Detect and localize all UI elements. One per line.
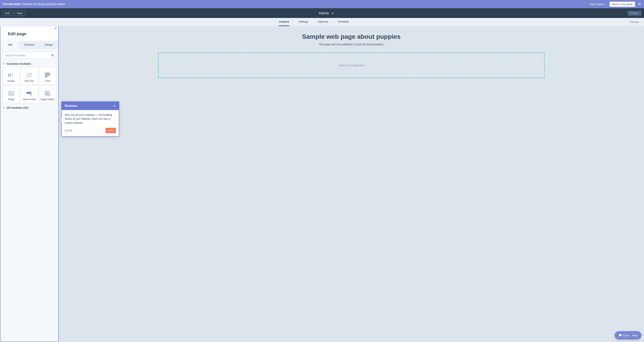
drag-handle-icon: ::::::::::::	[46, 87, 49, 89]
close-icon[interactable]	[638, 2, 642, 6]
svg-rect-12	[45, 76, 48, 77]
search-modules-input[interactable]	[2, 52, 56, 59]
onboarding-banner: Current task: Explore the drag-and-drop …	[0, 0, 644, 8]
sidebar-tab-contents[interactable]: Contents	[20, 41, 39, 49]
svg-text:1: 1	[12, 73, 13, 76]
all-modules-label: All modules (47)	[7, 106, 28, 109]
tab-schedule[interactable]: Schedule	[338, 18, 349, 26]
svg-point-2	[52, 54, 53, 56]
svg-text:A: A	[26, 73, 28, 76]
module-label: Image	[8, 98, 14, 101]
svg-rect-15	[26, 92, 32, 94]
sidebar-tabs: Add Contents Design	[0, 41, 58, 49]
tab-content[interactable]: Content	[279, 18, 289, 26]
drag-handle-icon: ::::::::::::	[9, 68, 13, 71]
preview-button[interactable]: Preview	[628, 20, 642, 24]
header-icon: H1	[8, 72, 14, 78]
all-modules-toggle[interactable]: All modules (47)	[2, 106, 56, 109]
chat-help-widget[interactable]: Chat Help	[615, 331, 642, 339]
popover-title: Modules	[65, 104, 78, 108]
save-button[interactable]: Save	[14, 11, 26, 16]
module-cta[interactable]: :::::::::::: Call-to-Action	[21, 86, 38, 103]
task-text: Explore the drag-and-drop editor.	[22, 3, 66, 6]
sidebar-tab-add[interactable]: Add	[0, 41, 20, 49]
common-modules-toggle[interactable]: Common modules	[2, 62, 56, 65]
image-dropzone[interactable]: Drop your image here	[158, 53, 544, 78]
chevron-right-icon	[2, 106, 5, 109]
next-tasks-dropdown[interactable]: Next Tasks	[590, 3, 607, 6]
page-canvas: Sample web page about puppies This page …	[59, 26, 644, 342]
svg-rect-13	[9, 91, 14, 95]
module-label: Image Gallery	[40, 98, 54, 101]
tab-settings[interactable]: Settings	[298, 18, 308, 26]
dropzone-label: Drop your image here	[339, 64, 364, 67]
module-rich-text[interactable]: :::::::::::: A Rich Text	[21, 67, 38, 84]
svg-rect-10	[45, 73, 50, 74]
rich-text-icon: A	[26, 72, 32, 78]
sidebar-tab-design[interactable]: Design	[39, 41, 58, 49]
module-label: Rich Text	[25, 80, 34, 82]
drag-handle-icon: ::::::::::::	[28, 87, 31, 89]
exit-button[interactable]: Exit	[2, 11, 12, 16]
module-label: Form	[45, 80, 50, 82]
popover-body: Here are all your modules — the building…	[62, 110, 119, 128]
tab-optimize[interactable]: Optimize	[318, 18, 328, 26]
common-modules-label: Common modules	[7, 62, 31, 65]
chevron-double-left-icon	[54, 27, 57, 30]
page-title: Home	[319, 11, 329, 15]
module-form[interactable]: :::::::::::: Form	[39, 67, 56, 84]
edit-sidebar: Edit page Add Contents Design Common mod…	[0, 26, 59, 342]
module-image-gallery[interactable]: :::::::::::: Image Gallery	[39, 86, 56, 103]
close-icon[interactable]	[113, 104, 116, 107]
canvas-subheading: This page won't be published. It's just …	[319, 43, 384, 46]
back-to-guide-button[interactable]: Back to user guide	[610, 2, 635, 7]
module-header[interactable]: :::::::::::: H1 Header	[2, 67, 20, 84]
publish-button[interactable]: Publish	[628, 11, 642, 16]
onboarding-popover: Modules Here are all your modules — the …	[61, 101, 119, 137]
popover-step: 2 of 10	[65, 129, 72, 132]
search-icon[interactable]	[51, 54, 54, 57]
gallery-icon	[44, 90, 50, 97]
module-label: Call-to-Action	[22, 98, 36, 101]
collapse-sidebar-button[interactable]	[54, 27, 57, 30]
task-label: Current task:	[2, 3, 21, 6]
module-label: Header	[8, 80, 15, 82]
drag-handle-icon: ::::::::::::	[28, 68, 31, 71]
svg-text:H: H	[8, 73, 11, 77]
next-button[interactable]: Next	[106, 128, 116, 133]
pencil-icon	[331, 12, 334, 15]
current-task-label: Current task: Explore the drag-and-drop …	[2, 3, 66, 6]
cta-icon	[26, 90, 33, 97]
page-title-group[interactable]: Home	[25, 11, 628, 15]
chevron-down-icon	[605, 3, 607, 5]
help-label: Help	[632, 334, 638, 337]
modules-grid: :::::::::::: H1 Header :::::::::::: A Ri…	[2, 67, 56, 103]
canvas-heading: Sample web page about puppies	[302, 33, 400, 40]
svg-rect-11	[45, 74, 50, 76]
app-bar: Exit Save Home Publish	[0, 8, 644, 18]
image-icon	[8, 90, 14, 97]
chat-label: Chat	[623, 334, 629, 337]
chevron-down-icon	[2, 63, 5, 65]
form-icon	[45, 72, 50, 78]
drag-handle-icon: ::::::::::::	[46, 68, 49, 71]
chat-icon	[618, 333, 622, 337]
drag-handle-icon: ::::::::::::	[9, 87, 13, 89]
next-tasks-label: Next Tasks	[590, 3, 604, 6]
svg-point-18	[47, 93, 48, 94]
svg-line-3	[53, 56, 54, 57]
module-image[interactable]: :::::::::::: Image	[2, 86, 20, 103]
editor-tabs-row: Content Settings Optimize Schedule Previ…	[0, 18, 644, 26]
sidebar-title: Edit page	[0, 26, 58, 41]
